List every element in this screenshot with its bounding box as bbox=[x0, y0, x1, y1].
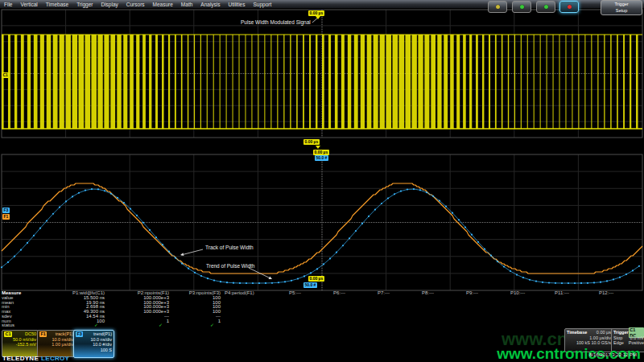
measure-status-check bbox=[331, 323, 375, 328]
menu-math[interactable]: Math bbox=[177, 2, 196, 7]
f1-position-badge[interactable]: 0.00 µs bbox=[303, 139, 320, 145]
print-button[interactable] bbox=[536, 1, 555, 13]
menu-utilities[interactable]: Utilities bbox=[225, 2, 250, 7]
timebase-title: Timebase bbox=[567, 330, 587, 335]
measure-status-check bbox=[508, 323, 552, 328]
trigger-setup-label-line2: Setup bbox=[601, 7, 642, 14]
c1-zero-marker[interactable]: C1 bbox=[2, 72, 9, 78]
datetime: 8/16/2017 3:22:12 PM bbox=[589, 352, 637, 357]
f1-function: track(P1) bbox=[56, 331, 73, 336]
menu-measure[interactable]: Measure bbox=[149, 2, 177, 7]
trigger-title: Trigger bbox=[613, 330, 629, 335]
f3-chip: F3 bbox=[76, 331, 83, 337]
menu-file[interactable]: File bbox=[0, 2, 16, 7]
trigger-delay-marker[interactable] bbox=[316, 146, 320, 149]
undo-button[interactable] bbox=[488, 1, 507, 13]
menu-display[interactable]: Display bbox=[97, 2, 122, 7]
f1-hdiv: 1.00 µs/div bbox=[39, 342, 73, 347]
menu-cursors[interactable]: Cursors bbox=[122, 2, 149, 7]
track-annotation: Track of Pulse Width bbox=[205, 245, 254, 250]
f1-offset-badge[interactable]: 0.00 µs bbox=[313, 150, 329, 155]
measure-status-check: ✓ bbox=[171, 323, 222, 328]
measure-row-label: status bbox=[2, 323, 47, 328]
f3-bottom-position-badge[interactable]: 50.0 # bbox=[303, 282, 317, 288]
f3-function: trend(P1) bbox=[93, 331, 112, 336]
trend-annotation: Trend of Pulse Width bbox=[206, 263, 254, 269]
teledyne-lecroy-logo: TELEDYNELECROY bbox=[2, 355, 69, 362]
f1-zero-marker[interactable]: F1 bbox=[2, 214, 10, 220]
menu-vertical[interactable]: Vertical bbox=[16, 2, 41, 7]
f3-samples: 100 S bbox=[76, 348, 112, 352]
measure-table: MeasureP1:wid@lv(C1)P2:npoints(F1)P3:npo… bbox=[2, 291, 641, 328]
trace-descriptor-f3[interactable]: F3 trend(P1) 10.0 ns/div 10.0 #/div 100 … bbox=[73, 330, 114, 358]
measure-status-check bbox=[419, 323, 464, 328]
save-icon bbox=[520, 5, 524, 9]
trigger-delay-marker[interactable] bbox=[316, 16, 320, 19]
f3-zero-marker[interactable]: F3 bbox=[2, 208, 10, 213]
save-button[interactable] bbox=[512, 1, 531, 13]
f3-position-badge[interactable]: 50.0 # bbox=[315, 155, 328, 161]
timebase-offset: 0.00 µs bbox=[597, 330, 611, 335]
print-icon bbox=[544, 5, 548, 9]
measure-status-check bbox=[222, 323, 287, 328]
logo-sub: LECROY bbox=[41, 355, 69, 362]
measure-status-check: ✓ bbox=[47, 323, 106, 328]
c1-coupling: DC50 bbox=[25, 331, 36, 336]
pwm-annotation: Pulse Width Modulated Signal bbox=[241, 19, 311, 25]
stop-icon bbox=[568, 5, 572, 9]
trigger-time-badge[interactable]: 0.00 µs bbox=[308, 10, 324, 16]
f1-bottom-position-badge[interactable]: 0.00 µs bbox=[308, 276, 324, 282]
measure-status-check bbox=[375, 323, 419, 328]
oscilloscope-screen: FileVerticalTimebaseTriggerDisplayCursor… bbox=[0, 0, 644, 362]
menu-timebase[interactable]: Timebase bbox=[42, 2, 72, 7]
measure-status-check bbox=[287, 323, 331, 328]
trace-descriptor-f1[interactable]: F1 track(P1) 10.0 ns/div 1.00 µs/div bbox=[37, 330, 76, 357]
menu-analysis[interactable]: Analysis bbox=[196, 2, 224, 7]
menu-trigger[interactable]: Trigger bbox=[72, 2, 97, 7]
trigger-setup-label-line1: Trigger bbox=[601, 1, 642, 7]
trigger-setup-button[interactable]: Trigger Setup bbox=[601, 0, 642, 15]
menu-support[interactable]: Support bbox=[249, 2, 275, 7]
c1-chip: C1 bbox=[4, 331, 12, 337]
channel-descriptor-c1[interactable]: C1 DC50 50.0 mV/div -152.5 mV bbox=[2, 330, 39, 357]
measure-status-check bbox=[464, 323, 508, 328]
c1-offset: -152.5 mV bbox=[4, 342, 36, 347]
f1-chip: F1 bbox=[39, 331, 47, 337]
measure-status-check: ✓ bbox=[106, 323, 171, 328]
undo-icon bbox=[496, 5, 500, 9]
logo-brand: TELEDYNE bbox=[2, 355, 39, 362]
stop-button[interactable] bbox=[559, 1, 579, 13]
